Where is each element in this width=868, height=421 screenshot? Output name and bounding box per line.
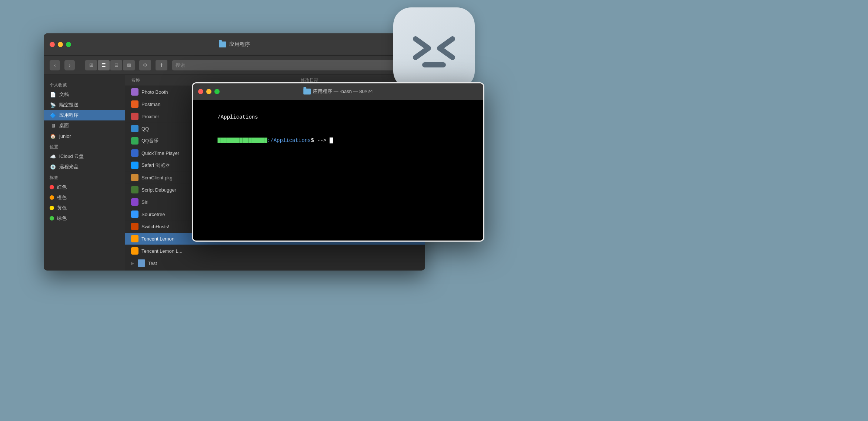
finder-titlebar: 应用程序 [44,33,425,56]
folder-expand-arrow: ▶ [131,261,134,266]
favorites-label: 个人收藏 [44,79,125,89]
postman-icon [131,100,138,108]
quicktime-icon [131,149,138,157]
terminal-minimize-button[interactable] [206,89,211,94]
sidebar-item-applications[interactable]: 🔷 应用程序 [44,110,125,120]
script-debugger-icon [131,186,138,193]
home-icon: 🏠 [50,133,56,139]
close-button[interactable] [50,42,55,47]
finder-title-text: 应用程序 [229,41,250,48]
tencent-lemon-l-icon [131,247,138,255]
finder-toolbar: ‹ › ⊞ ☰ ⊟ ⊠ ⚙ ⬆ 搜索 [44,56,425,75]
file-name-scmclient: ScmClient.pkg [141,175,173,180]
terminal-line-path: /Applications [199,106,477,129]
sidebar-item-tag-red[interactable]: 红色 [44,182,125,192]
red-tag-dot [50,185,54,189]
action-button[interactable]: ⚙ [139,60,151,70]
file-name-script-debugger: Script Debugger [141,187,176,193]
search-box[interactable]: 搜索 [172,60,419,70]
safari-icon [131,162,138,169]
sidebar-label-remote-disc: 远程光盘 [59,163,79,170]
terminal-path-text: /Applications [217,114,258,120]
test-folder-icon [138,259,145,267]
qq-music-icon [131,137,138,145]
qq-icon [131,125,138,132]
sidebar-label-icloud: iCloud 云盘 [59,153,84,160]
terminal-prompt-text: $ --> [311,137,329,143]
window-buttons [50,42,71,47]
sidebar-label-junior: junior [59,133,71,139]
file-item-test[interactable]: ▶ Test [125,257,425,269]
sidebar-item-airdrop[interactable]: 📡 隔空投送 [44,100,125,110]
terminal-window: 应用程序 — -bash — 80×24 /Applications █████… [192,82,484,242]
back-button[interactable]: ‹ [50,60,60,70]
sidebar-label-applications: 应用程序 [59,112,79,119]
file-name-quicktime: QuickTime Player [141,150,179,156]
file-name-safari: Safari 浏览器 [141,162,170,169]
terminal-close-button[interactable] [198,89,203,94]
file-item-tucsender[interactable]: TUCSender [125,269,425,271]
scmclient-icon [131,174,138,181]
file-name-siri: Siri [141,199,148,205]
switchhosts-icon [131,223,138,230]
grid-view-button[interactable]: ⊞ [85,60,97,70]
sidebar-label-airdrop: 隔空投送 [59,102,79,108]
sidebar-item-tag-green[interactable]: 绿色 [44,213,125,223]
sidebar-label-green: 绿色 [57,215,67,222]
maximize-button[interactable] [66,42,71,47]
terminal-app-icon [393,7,475,89]
list-view-button[interactable]: ☰ [98,60,110,70]
sidebar-item-tag-yellow[interactable]: 黄色 [44,203,125,213]
icloud-icon: ☁️ [50,153,56,160]
applications-icon: 🔷 [50,112,56,119]
sourcetree-icon [131,210,138,218]
sidebar-label-desktop: 桌面 [59,122,69,129]
forward-button[interactable]: › [64,60,75,70]
sidebar-label-documents: 文稿 [59,91,69,98]
terminal-maximize-button[interactable] [214,89,220,94]
disc-icon: 💿 [50,163,56,170]
proxifier-icon [131,113,138,120]
yellow-tag-dot [50,206,54,210]
sidebar-item-desktop[interactable]: 🖥 桌面 [44,120,125,131]
sidebar-label-orange: 橙色 [57,194,67,201]
file-name-tencent-lemon: Tencent Lemon [141,236,174,242]
file-name-sourcetree: Sourcetree [141,212,165,217]
minimize-button[interactable] [58,42,63,47]
terminal-line-prompt: ████████████████:/Applications$ --> [199,129,477,152]
terminal-title: 应用程序 — -bash — 80×24 [303,88,373,95]
orange-tag-dot [50,195,54,200]
documents-icon: 📄 [50,91,56,98]
sidebar-label-yellow: 黄色 [57,205,67,211]
sidebar-item-junior[interactable]: 🏠 junior [44,131,125,141]
cover-flow-button[interactable]: ⊠ [123,60,135,70]
share-button[interactable]: ⬆ [156,60,167,70]
terminal-window-buttons [198,89,220,94]
view-buttons: ⊞ ☰ ⊟ ⊠ [85,60,135,70]
locations-label: 位置 [44,141,125,151]
sidebar-item-documents[interactable]: 📄 文稿 [44,89,125,100]
file-name-qq: QQ [141,126,149,132]
file-name-postman: Postman [141,102,160,107]
folder-icon [219,42,226,47]
sidebar-item-icloud[interactable]: ☁️ iCloud 云盘 [44,151,125,162]
file-name-test: Test [148,261,157,266]
file-name-tencent-lemon-l: Tencent Lemon L... [141,248,183,254]
terminal-user-text: ████████████████ [217,137,267,143]
terminal-folder-icon [303,89,311,95]
desktop-icon: 🖥 [50,122,56,129]
airdrop-icon: 📡 [50,102,56,108]
terminal-title-text: 应用程序 — -bash — 80×24 [313,88,373,95]
file-item-tencent-lemon-l[interactable]: Tencent Lemon L... [125,245,425,257]
terminal-titlebar: 应用程序 — -bash — 80×24 [193,83,483,100]
sidebar-item-tag-orange[interactable]: 橙色 [44,192,125,203]
finder-sidebar: 个人收藏 📄 文稿 📡 隔空投送 🔷 应用程序 🖥 桌面 🏠 junior [44,75,125,271]
search-placeholder: 搜索 [176,62,185,69]
tags-label: 标签 [44,172,125,182]
column-view-button[interactable]: ⊟ [110,60,122,70]
siri-icon [131,198,138,206]
terminal-dir-text: :/Applications [267,137,311,143]
sidebar-item-remote-disc[interactable]: 💿 远程光盘 [44,162,125,172]
file-name-proxifier: Proxifier [141,114,159,119]
terminal-body[interactable]: /Applications ████████████████:/Applicat… [193,100,483,241]
